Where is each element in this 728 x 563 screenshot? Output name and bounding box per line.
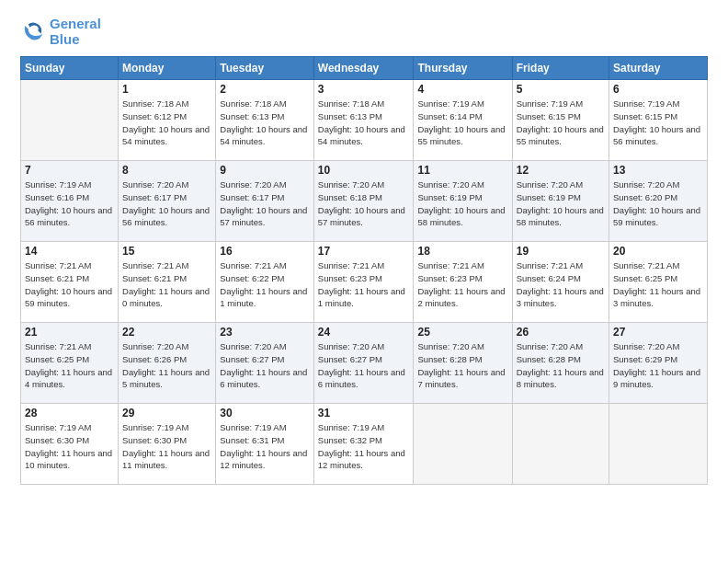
- calendar-cell: 2Sunrise: 7:18 AMSunset: 6:13 PMDaylight…: [216, 80, 314, 161]
- col-header-saturday: Saturday: [609, 57, 708, 80]
- day-number: 14: [25, 245, 114, 258]
- col-header-thursday: Thursday: [414, 57, 512, 80]
- day-number: 2: [220, 83, 310, 96]
- col-header-friday: Friday: [512, 57, 609, 80]
- calendar-cell: 26Sunrise: 7:20 AMSunset: 6:28 PMDayligh…: [512, 323, 609, 404]
- day-number: 7: [25, 164, 114, 177]
- day-info: Sunrise: 7:20 AMSunset: 6:29 PMDaylight:…: [613, 340, 703, 391]
- day-number: 15: [122, 245, 211, 258]
- calendar-table: SundayMondayTuesdayWednesdayThursdayFrid…: [20, 56, 708, 485]
- day-info: Sunrise: 7:20 AMSunset: 6:17 PMDaylight:…: [220, 178, 310, 229]
- calendar-cell: 17Sunrise: 7:21 AMSunset: 6:23 PMDayligh…: [313, 242, 414, 323]
- day-number: 22: [122, 326, 211, 339]
- calendar-cell: 21Sunrise: 7:21 AMSunset: 6:25 PMDayligh…: [21, 323, 119, 404]
- day-number: 24: [318, 326, 410, 339]
- day-info: Sunrise: 7:19 AMSunset: 6:32 PMDaylight:…: [318, 421, 410, 472]
- day-number: 12: [517, 164, 605, 177]
- calendar-cell: 15Sunrise: 7:21 AMSunset: 6:21 PMDayligh…: [119, 242, 216, 323]
- calendar-header-row: SundayMondayTuesdayWednesdayThursdayFrid…: [21, 57, 708, 80]
- calendar-cell: 1Sunrise: 7:18 AMSunset: 6:12 PMDaylight…: [119, 80, 216, 161]
- calendar-cell: 29Sunrise: 7:19 AMSunset: 6:30 PMDayligh…: [119, 404, 216, 485]
- calendar-cell: 4Sunrise: 7:19 AMSunset: 6:14 PMDaylight…: [414, 80, 512, 161]
- day-info: Sunrise: 7:19 AMSunset: 6:16 PMDaylight:…: [25, 178, 114, 229]
- calendar-cell: [609, 404, 708, 485]
- day-info: Sunrise: 7:18 AMSunset: 6:12 PMDaylight:…: [122, 98, 211, 148]
- day-info: Sunrise: 7:19 AMSunset: 6:14 PMDaylight:…: [417, 98, 507, 148]
- day-info: Sunrise: 7:20 AMSunset: 6:20 PMDaylight:…: [613, 178, 703, 229]
- day-info: Sunrise: 7:21 AMSunset: 6:24 PMDaylight:…: [517, 259, 605, 310]
- day-info: Sunrise: 7:20 AMSunset: 6:19 PMDaylight:…: [417, 178, 507, 229]
- day-info: Sunrise: 7:18 AMSunset: 6:13 PMDaylight:…: [220, 98, 310, 148]
- calendar-cell: 24Sunrise: 7:20 AMSunset: 6:27 PMDayligh…: [313, 323, 414, 404]
- calendar-cell: 30Sunrise: 7:19 AMSunset: 6:31 PMDayligh…: [216, 404, 314, 485]
- day-info: Sunrise: 7:21 AMSunset: 6:21 PMDaylight:…: [122, 259, 211, 310]
- day-number: 10: [318, 164, 410, 177]
- calendar-week-row: 28Sunrise: 7:19 AMSunset: 6:30 PMDayligh…: [21, 404, 708, 485]
- day-info: Sunrise: 7:20 AMSunset: 6:19 PMDaylight:…: [517, 178, 605, 229]
- day-number: 3: [318, 83, 410, 96]
- day-number: 28: [25, 407, 114, 419]
- calendar-cell: 20Sunrise: 7:21 AMSunset: 6:25 PMDayligh…: [609, 242, 708, 323]
- day-number: 1: [122, 83, 211, 96]
- day-info: Sunrise: 7:19 AMSunset: 6:30 PMDaylight:…: [25, 421, 114, 472]
- calendar-cell: 22Sunrise: 7:20 AMSunset: 6:26 PMDayligh…: [119, 323, 216, 404]
- logo-icon: [20, 19, 46, 45]
- calendar-week-row: 21Sunrise: 7:21 AMSunset: 6:25 PMDayligh…: [21, 323, 708, 404]
- calendar-cell: 14Sunrise: 7:21 AMSunset: 6:21 PMDayligh…: [21, 242, 119, 323]
- calendar-cell: 16Sunrise: 7:21 AMSunset: 6:22 PMDayligh…: [216, 242, 314, 323]
- day-number: 8: [122, 164, 211, 177]
- calendar-cell: 28Sunrise: 7:19 AMSunset: 6:30 PMDayligh…: [21, 404, 119, 485]
- day-number: 20: [613, 245, 703, 258]
- day-info: Sunrise: 7:20 AMSunset: 6:27 PMDaylight:…: [318, 340, 410, 391]
- day-info: Sunrise: 7:21 AMSunset: 6:23 PMDaylight:…: [417, 259, 507, 310]
- day-info: Sunrise: 7:21 AMSunset: 6:23 PMDaylight:…: [318, 259, 410, 310]
- day-number: 17: [318, 245, 410, 258]
- day-info: Sunrise: 7:19 AMSunset: 6:15 PMDaylight:…: [517, 98, 605, 148]
- day-info: Sunrise: 7:20 AMSunset: 6:17 PMDaylight:…: [122, 178, 211, 229]
- calendar-cell: [21, 80, 119, 161]
- calendar-cell: 13Sunrise: 7:20 AMSunset: 6:20 PMDayligh…: [609, 161, 708, 242]
- day-number: 16: [220, 245, 310, 258]
- day-number: 9: [220, 164, 310, 177]
- day-number: 13: [613, 164, 703, 177]
- calendar-cell: 8Sunrise: 7:20 AMSunset: 6:17 PMDaylight…: [119, 161, 216, 242]
- calendar-cell: 5Sunrise: 7:19 AMSunset: 6:15 PMDaylight…: [512, 80, 609, 161]
- col-header-monday: Monday: [119, 57, 216, 80]
- calendar-cell: 9Sunrise: 7:20 AMSunset: 6:17 PMDaylight…: [216, 161, 314, 242]
- col-header-sunday: Sunday: [21, 57, 119, 80]
- day-number: 26: [517, 326, 605, 339]
- day-info: Sunrise: 7:20 AMSunset: 6:18 PMDaylight:…: [318, 178, 410, 229]
- calendar-cell: 25Sunrise: 7:20 AMSunset: 6:28 PMDayligh…: [414, 323, 512, 404]
- day-number: 6: [613, 83, 703, 96]
- calendar-week-row: 1Sunrise: 7:18 AMSunset: 6:12 PMDaylight…: [21, 80, 708, 161]
- day-number: 23: [220, 326, 310, 339]
- calendar-cell: 10Sunrise: 7:20 AMSunset: 6:18 PMDayligh…: [313, 161, 414, 242]
- calendar-cell: 3Sunrise: 7:18 AMSunset: 6:13 PMDaylight…: [313, 80, 414, 161]
- day-info: Sunrise: 7:19 AMSunset: 6:15 PMDaylight:…: [613, 98, 703, 148]
- day-number: 4: [417, 83, 507, 96]
- calendar-cell: 18Sunrise: 7:21 AMSunset: 6:23 PMDayligh…: [414, 242, 512, 323]
- day-info: Sunrise: 7:21 AMSunset: 6:22 PMDaylight:…: [220, 259, 310, 310]
- day-number: 21: [25, 326, 114, 339]
- day-info: Sunrise: 7:20 AMSunset: 6:28 PMDaylight:…: [517, 340, 605, 391]
- calendar-cell: 12Sunrise: 7:20 AMSunset: 6:19 PMDayligh…: [512, 161, 609, 242]
- col-header-tuesday: Tuesday: [216, 57, 314, 80]
- day-info: Sunrise: 7:19 AMSunset: 6:30 PMDaylight:…: [122, 421, 211, 472]
- calendar-cell: 19Sunrise: 7:21 AMSunset: 6:24 PMDayligh…: [512, 242, 609, 323]
- calendar-week-row: 14Sunrise: 7:21 AMSunset: 6:21 PMDayligh…: [21, 242, 708, 323]
- logo-text: General Blue: [50, 17, 101, 47]
- calendar-cell: 6Sunrise: 7:19 AMSunset: 6:15 PMDaylight…: [609, 80, 708, 161]
- day-info: Sunrise: 7:19 AMSunset: 6:31 PMDaylight:…: [220, 421, 310, 472]
- logo: General Blue: [20, 17, 101, 47]
- calendar-cell: [414, 404, 512, 485]
- day-info: Sunrise: 7:21 AMSunset: 6:21 PMDaylight:…: [25, 259, 114, 310]
- col-header-wednesday: Wednesday: [313, 57, 414, 80]
- day-number: 30: [220, 407, 310, 419]
- day-number: 25: [417, 326, 507, 339]
- page: General Blue SundayMondayTuesdayWednesda…: [0, 0, 728, 563]
- day-info: Sunrise: 7:21 AMSunset: 6:25 PMDaylight:…: [613, 259, 703, 310]
- header: General Blue: [20, 17, 708, 47]
- day-number: 18: [417, 245, 507, 258]
- day-number: 11: [417, 164, 507, 177]
- day-number: 29: [122, 407, 211, 419]
